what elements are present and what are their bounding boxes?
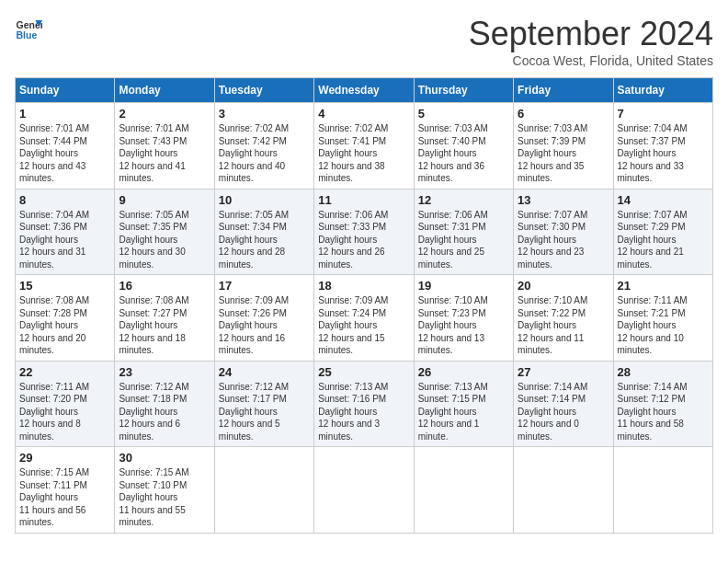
calendar-week-row: 8 Sunrise: 7:04 AM Sunset: 7:36 PM Dayli…: [16, 189, 713, 275]
day-info: Sunrise: 7:07 AM Sunset: 7:29 PM Dayligh…: [618, 209, 709, 271]
calendar-subtitle: Cocoa West, Florida, United States: [469, 53, 713, 68]
day-number: 9: [119, 193, 210, 207]
day-info: Sunrise: 7:15 AM Sunset: 7:11 PM Dayligh…: [19, 466, 110, 529]
calendar-cell: 18 Sunrise: 7:09 AM Sunset: 7:24 PM Dayl…: [314, 275, 414, 362]
day-info: Sunrise: 7:01 AM Sunset: 7:43 PM Dayligh…: [119, 122, 210, 185]
day-number: 14: [618, 193, 709, 207]
calendar-cell: 10 Sunrise: 7:05 AM Sunset: 7:34 PM Dayl…: [214, 189, 313, 275]
day-number: 19: [418, 279, 509, 293]
day-info: Sunrise: 7:11 AM Sunset: 7:21 PM Dayligh…: [618, 294, 709, 357]
day-number: 15: [19, 279, 110, 293]
day-number: 7: [618, 107, 709, 121]
calendar-cell: 6 Sunrise: 7:03 AM Sunset: 7:39 PM Dayli…: [514, 103, 613, 190]
day-number: 12: [418, 193, 509, 207]
day-info: Sunrise: 7:05 AM Sunset: 7:34 PM Dayligh…: [219, 209, 310, 271]
day-number: 23: [119, 365, 210, 379]
calendar-cell: [514, 447, 613, 534]
day-info: Sunrise: 7:15 AM Sunset: 7:10 PM Dayligh…: [119, 466, 210, 529]
day-info: Sunrise: 7:10 AM Sunset: 7:23 PM Dayligh…: [418, 294, 509, 357]
calendar-cell: 1 Sunrise: 7:01 AM Sunset: 7:44 PM Dayli…: [16, 103, 115, 190]
calendar-cell: 13 Sunrise: 7:07 AM Sunset: 7:30 PM Dayl…: [514, 189, 613, 275]
day-info: Sunrise: 7:04 AM Sunset: 7:36 PM Dayligh…: [19, 209, 110, 271]
day-info: Sunrise: 7:05 AM Sunset: 7:35 PM Dayligh…: [119, 209, 210, 271]
day-info: Sunrise: 7:12 AM Sunset: 7:17 PM Dayligh…: [219, 381, 310, 443]
day-number: 11: [318, 193, 409, 207]
col-wednesday: Wednesday: [314, 78, 414, 103]
calendar-week-row: 22 Sunrise: 7:11 AM Sunset: 7:20 PM Dayl…: [16, 361, 713, 447]
col-tuesday: Tuesday: [214, 78, 313, 103]
day-info: Sunrise: 7:12 AM Sunset: 7:18 PM Dayligh…: [119, 381, 210, 443]
calendar-cell: 12 Sunrise: 7:06 AM Sunset: 7:31 PM Dayl…: [414, 189, 513, 275]
calendar-cell: 23 Sunrise: 7:12 AM Sunset: 7:18 PM Dayl…: [115, 361, 214, 447]
day-number: 5: [418, 107, 509, 121]
day-number: 1: [19, 107, 110, 121]
calendar-cell: [314, 447, 414, 534]
col-monday: Monday: [115, 78, 214, 103]
calendar-cell: 9 Sunrise: 7:05 AM Sunset: 7:35 PM Dayli…: [115, 189, 214, 275]
calendar-week-row: 29 Sunrise: 7:15 AM Sunset: 7:11 PM Dayl…: [16, 447, 713, 534]
calendar-cell: 14 Sunrise: 7:07 AM Sunset: 7:29 PM Dayl…: [613, 189, 712, 275]
day-number: 26: [418, 365, 509, 379]
calendar-week-row: 1 Sunrise: 7:01 AM Sunset: 7:44 PM Dayli…: [16, 103, 713, 190]
day-number: 22: [19, 365, 110, 379]
day-number: 20: [518, 279, 609, 293]
day-number: 4: [318, 107, 409, 121]
calendar-cell: 8 Sunrise: 7:04 AM Sunset: 7:36 PM Dayli…: [16, 189, 115, 275]
day-info: Sunrise: 7:11 AM Sunset: 7:20 PM Dayligh…: [19, 381, 110, 443]
logo: General Blue: [15, 15, 42, 42]
calendar-cell: 22 Sunrise: 7:11 AM Sunset: 7:20 PM Dayl…: [16, 361, 115, 447]
calendar-table: Sunday Monday Tuesday Wednesday Thursday…: [15, 77, 713, 534]
day-number: 16: [119, 279, 210, 293]
calendar-cell: 5 Sunrise: 7:03 AM Sunset: 7:40 PM Dayli…: [414, 103, 513, 190]
title-section: September 2024 Cocoa West, Florida, Unit…: [469, 15, 713, 68]
day-number: 30: [119, 451, 210, 465]
day-number: 18: [318, 279, 409, 293]
day-info: Sunrise: 7:14 AM Sunset: 7:12 PM Dayligh…: [618, 381, 709, 443]
day-info: Sunrise: 7:09 AM Sunset: 7:26 PM Dayligh…: [219, 294, 310, 357]
calendar-cell: 25 Sunrise: 7:13 AM Sunset: 7:16 PM Dayl…: [314, 361, 414, 447]
calendar-cell: 30 Sunrise: 7:15 AM Sunset: 7:10 PM Dayl…: [115, 447, 214, 534]
day-number: 3: [219, 107, 310, 121]
calendar-cell: 28 Sunrise: 7:14 AM Sunset: 7:12 PM Dayl…: [613, 361, 712, 447]
page-header: General Blue September 2024 Cocoa West, …: [15, 15, 713, 68]
day-number: 29: [19, 451, 110, 465]
day-info: Sunrise: 7:13 AM Sunset: 7:15 PM Dayligh…: [418, 381, 509, 443]
day-info: Sunrise: 7:03 AM Sunset: 7:39 PM Dayligh…: [518, 122, 609, 185]
day-number: 8: [19, 193, 110, 207]
calendar-cell: 4 Sunrise: 7:02 AM Sunset: 7:41 PM Dayli…: [314, 103, 414, 190]
calendar-cell: 11 Sunrise: 7:06 AM Sunset: 7:33 PM Dayl…: [314, 189, 414, 275]
calendar-cell: 21 Sunrise: 7:11 AM Sunset: 7:21 PM Dayl…: [613, 275, 712, 362]
day-number: 28: [618, 365, 709, 379]
day-info: Sunrise: 7:09 AM Sunset: 7:24 PM Dayligh…: [318, 294, 409, 357]
day-info: Sunrise: 7:06 AM Sunset: 7:33 PM Dayligh…: [318, 209, 409, 271]
calendar-cell: 24 Sunrise: 7:12 AM Sunset: 7:17 PM Dayl…: [214, 361, 313, 447]
calendar-cell: 20 Sunrise: 7:10 AM Sunset: 7:22 PM Dayl…: [514, 275, 613, 362]
calendar-cell: [613, 447, 712, 534]
day-number: 25: [318, 365, 409, 379]
calendar-header-row: Sunday Monday Tuesday Wednesday Thursday…: [16, 78, 713, 103]
logo-icon: General Blue: [15, 15, 42, 42]
col-saturday: Saturday: [613, 78, 712, 103]
day-number: 21: [618, 279, 709, 293]
calendar-week-row: 15 Sunrise: 7:08 AM Sunset: 7:28 PM Dayl…: [16, 275, 713, 362]
day-number: 13: [518, 193, 609, 207]
day-number: 6: [518, 107, 609, 121]
calendar-cell: 17 Sunrise: 7:09 AM Sunset: 7:26 PM Dayl…: [214, 275, 313, 362]
calendar-cell: 26 Sunrise: 7:13 AM Sunset: 7:15 PM Dayl…: [414, 361, 513, 447]
calendar-cell: 15 Sunrise: 7:08 AM Sunset: 7:28 PM Dayl…: [16, 275, 115, 362]
calendar-cell: 19 Sunrise: 7:10 AM Sunset: 7:23 PM Dayl…: [414, 275, 513, 362]
col-sunday: Sunday: [16, 78, 115, 103]
day-number: 27: [518, 365, 609, 379]
day-info: Sunrise: 7:08 AM Sunset: 7:27 PM Dayligh…: [119, 294, 210, 357]
day-info: Sunrise: 7:06 AM Sunset: 7:31 PM Dayligh…: [418, 209, 509, 271]
calendar-cell: 2 Sunrise: 7:01 AM Sunset: 7:43 PM Dayli…: [115, 103, 214, 190]
day-info: Sunrise: 7:13 AM Sunset: 7:16 PM Dayligh…: [318, 381, 409, 443]
day-number: 2: [119, 107, 210, 121]
col-thursday: Thursday: [414, 78, 513, 103]
calendar-cell: 27 Sunrise: 7:14 AM Sunset: 7:14 PM Dayl…: [514, 361, 613, 447]
day-info: Sunrise: 7:08 AM Sunset: 7:28 PM Dayligh…: [19, 294, 110, 357]
day-info: Sunrise: 7:10 AM Sunset: 7:22 PM Dayligh…: [518, 294, 609, 357]
calendar-cell: [214, 447, 313, 534]
calendar-title: September 2024: [469, 15, 713, 53]
day-number: 17: [219, 279, 310, 293]
